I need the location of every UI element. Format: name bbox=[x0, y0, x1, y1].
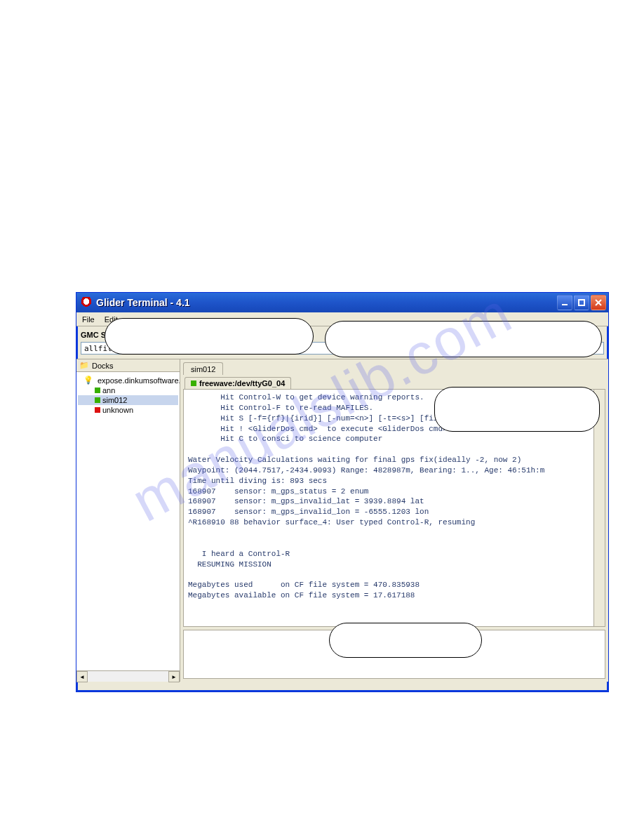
terminal-line: 168907 sensor: m_gps_invalid_lon = -6555… bbox=[188, 507, 601, 517]
terminal-line: 168907 sensor: m_gps_invalid_lat = 3939.… bbox=[188, 496, 601, 507]
sub-tab-label: freewave:/dev/ttyG0_04 bbox=[199, 379, 285, 388]
terminal-line: Megabytes used on CF file system = 470.8… bbox=[188, 580, 601, 590]
terminal-line: Megabytes available on CF file system = … bbox=[188, 590, 601, 601]
gmc-label: GMC S bbox=[81, 331, 106, 339]
status-icon bbox=[191, 380, 196, 386]
minimize-button[interactable] bbox=[557, 295, 572, 310]
bulb-icon: 💡 bbox=[83, 376, 93, 385]
terminal-line: Water Velocity Calculations waiting for … bbox=[188, 455, 601, 465]
tree-item-sim012[interactable]: sim012 bbox=[78, 395, 178, 405]
tree-item-label: sim012 bbox=[102, 396, 127, 404]
java-icon bbox=[81, 297, 92, 308]
sidebar-header: 📁 Docks bbox=[76, 359, 180, 372]
scroll-right-icon[interactable]: ► bbox=[168, 671, 180, 682]
terminal-line bbox=[188, 444, 601, 455]
app-window: Glider Terminal - 4.1 File Edit GMC S al… bbox=[76, 292, 609, 692]
callout-bubble bbox=[329, 623, 482, 658]
tree-item-ann[interactable]: ann bbox=[78, 385, 178, 395]
terminal-line: RESUMING MISSION bbox=[188, 560, 601, 570]
tree-root-label: expose.dinkumsoftware.com bbox=[98, 376, 180, 385]
tree-item-unknown[interactable]: unknown bbox=[78, 405, 178, 415]
terminal-line bbox=[188, 569, 601, 580]
status-icon bbox=[95, 388, 100, 393]
sidebar: 📁 Docks 💡 expose.dinkumsoftware.com ann … bbox=[76, 359, 180, 682]
terminal-line: Hit C to consci to science computer bbox=[188, 434, 601, 444]
tab-sim012[interactable]: sim012 bbox=[183, 362, 223, 375]
callout-bubble bbox=[105, 318, 314, 355]
tree-root[interactable]: 💡 expose.dinkumsoftware.com bbox=[78, 375, 178, 385]
scroll-track[interactable] bbox=[88, 671, 168, 682]
terminal-line: I heard a Control-R bbox=[188, 549, 601, 560]
folder-icon: 📁 bbox=[79, 361, 89, 370]
terminal-line: 168907 sensor: m_gps_status = 2 enum bbox=[188, 486, 601, 497]
terminal-line: Waypoint: (2044.7517,-2434.9093) Range: … bbox=[188, 465, 601, 476]
sub-tab-freewave[interactable]: freewave:/dev/ttyG0_04 bbox=[185, 377, 291, 389]
close-button[interactable] bbox=[591, 295, 606, 310]
tree: 💡 expose.dinkumsoftware.com ann sim012 u… bbox=[76, 372, 180, 670]
status-icon bbox=[95, 407, 100, 413]
status-icon bbox=[95, 397, 100, 403]
tree-item-label: unknown bbox=[102, 406, 133, 414]
tab-label: sim012 bbox=[191, 365, 215, 373]
sidebar-scrollbar[interactable]: ◄ ► bbox=[76, 670, 180, 682]
maximize-button[interactable] bbox=[574, 295, 589, 310]
terminal-line bbox=[188, 528, 601, 538]
terminal-line bbox=[188, 538, 601, 549]
callout-bubble bbox=[434, 387, 600, 432]
terminal-line: ^R168910 88 behavior surface_4: User typ… bbox=[188, 517, 601, 528]
menu-file[interactable]: File bbox=[79, 314, 98, 325]
tab-row: sim012 bbox=[180, 359, 608, 375]
sidebar-title: Docks bbox=[92, 362, 114, 370]
tree-item-label: ann bbox=[102, 386, 115, 395]
window-controls bbox=[557, 295, 606, 310]
terminal-line: Time until diving is: 893 secs bbox=[188, 476, 601, 486]
svg-rect-1 bbox=[579, 300, 584, 305]
window-title: Glider Terminal - 4.1 bbox=[96, 297, 557, 308]
callout-bubble bbox=[325, 321, 602, 357]
scroll-left-icon[interactable]: ◄ bbox=[76, 671, 88, 682]
titlebar[interactable]: Glider Terminal - 4.1 bbox=[76, 293, 608, 312]
